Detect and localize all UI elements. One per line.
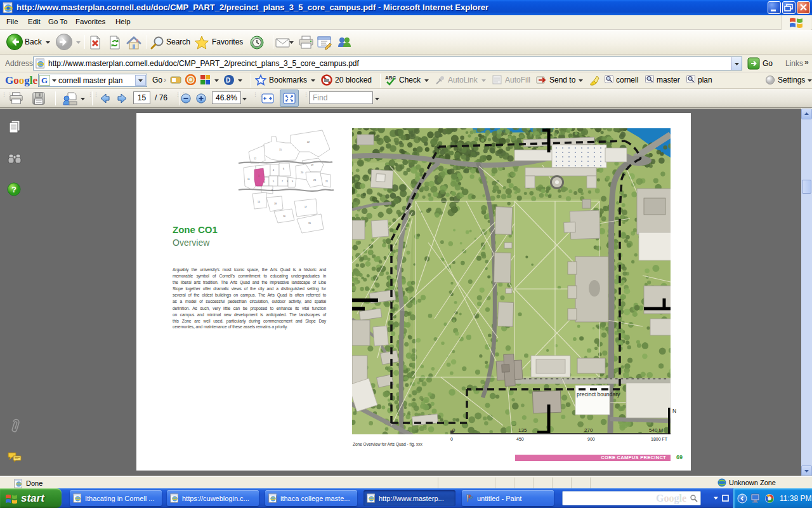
svg-text:precinct boundary: precinct boundary [577, 391, 620, 398]
svg-text:3: 3 [287, 180, 288, 183]
svg-text:19: 19 [311, 164, 313, 166]
svg-text:D: D [226, 77, 230, 84]
svg-text:23: 23 [313, 179, 316, 182]
svg-text:2: 2 [264, 181, 265, 184]
svg-text:12: 12 [254, 157, 256, 160]
svg-text:G: G [41, 76, 48, 85]
svg-text:22: 22 [307, 141, 310, 144]
svg-text:14: 14 [258, 201, 260, 203]
svg-text:11: 11 [247, 178, 250, 180]
svg-text:18: 18 [274, 203, 277, 205]
svg-text:26: 26 [308, 222, 311, 225]
svg-text:15: 15 [279, 149, 282, 151]
svg-text:6: 6 [283, 168, 284, 170]
svg-text:21: 21 [325, 180, 328, 183]
svg-text:0: 0 [452, 427, 455, 433]
svg-text:?: ? [11, 185, 16, 194]
svg-text:7: 7 [282, 180, 283, 183]
svg-text:270: 270 [584, 427, 593, 433]
svg-text:16: 16 [283, 215, 285, 218]
svg-text:ABC: ABC [385, 75, 396, 81]
svg-text:4: 4 [273, 169, 274, 171]
svg-text:540 M: 540 M [649, 427, 664, 433]
svg-text:8: 8 [272, 189, 273, 192]
svg-text:1: 1 [258, 175, 259, 177]
svg-text:5: 5 [273, 180, 274, 183]
svg-text:20: 20 [301, 171, 303, 174]
svg-text:135: 135 [518, 427, 527, 433]
svg-text:17: 17 [304, 206, 307, 208]
svg-text:9: 9 [292, 180, 293, 183]
